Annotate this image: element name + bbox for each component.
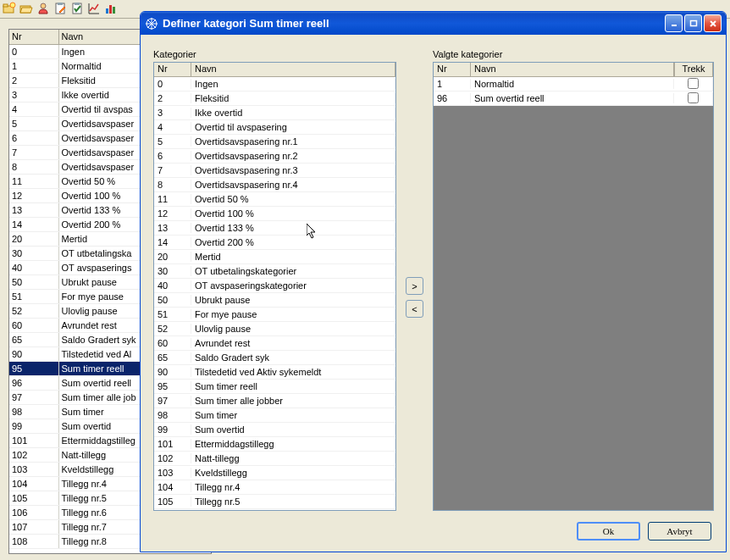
list-item[interactable]: 51For mye pause (154, 308, 395, 322)
cell-nr: 60 (154, 338, 191, 348)
list-item[interactable]: 50Ubrukt pause (154, 293, 395, 308)
list-item[interactable]: 65Saldo Gradert syk (154, 351, 395, 365)
folder-new-icon[interactable] (3, 2, 16, 15)
trekk-checkbox[interactable] (688, 92, 699, 103)
list-item[interactable]: 40OT avspaseringskategorier (154, 279, 395, 293)
dialog-titlebar[interactable]: Definer kategori Sum timer reell (141, 12, 726, 35)
chart-bar-icon[interactable] (104, 2, 118, 15)
list-item[interactable]: 99Sum overtid (154, 423, 395, 437)
cell-nr: 11 (154, 194, 191, 204)
svg-rect-18 (690, 20, 696, 25)
remove-category-button[interactable]: < (406, 300, 423, 318)
cell-nr: 20 (9, 231, 58, 246)
dialog-app-icon (145, 17, 158, 30)
list-item[interactable]: 20Mertid (154, 250, 395, 264)
minimize-button[interactable] (665, 14, 683, 32)
cell-nr: 3 (9, 87, 58, 102)
clipboard-check-icon[interactable] (70, 2, 84, 15)
cell-navn: Overtidsavspasering nr.4 (191, 180, 395, 190)
list-item[interactable]: 60Avrundet rest (154, 336, 395, 351)
cat-header-navn[interactable]: Navn (191, 63, 395, 76)
cell-navn: Sum timer alle jobber (191, 396, 395, 406)
cell-trekk (674, 78, 713, 91)
cell-nr: 40 (154, 280, 191, 291)
cell-navn: OT avspaseringskategorier (191, 280, 395, 291)
list-item[interactable]: 52Ulovlig pause (154, 322, 395, 336)
cell-nr: 95 (154, 381, 191, 391)
cell-nr: 30 (9, 246, 58, 260)
list-item[interactable]: 106Tillegg nr.6 (154, 509, 395, 510)
svg-rect-9 (106, 8, 108, 14)
list-item[interactable]: 11Overtid 50 % (154, 192, 395, 207)
cell-nr: 1 (434, 79, 471, 89)
selected-categories-list[interactable]: Nr Navn Trekk 1Normaltid96Sum overtid re… (433, 62, 714, 511)
list-item[interactable]: 0Ingen (154, 77, 395, 91)
chart-line-icon[interactable] (87, 2, 101, 15)
cell-nr: 105 (9, 491, 58, 505)
sel-header-navn[interactable]: Navn (471, 63, 674, 76)
cell-nr: 51 (154, 309, 191, 319)
cell-navn: Natt-tillegg (191, 453, 395, 463)
svg-rect-6 (58, 3, 63, 5)
svg-point-2 (10, 3, 15, 8)
cell-navn: Overtidsavspasering nr.1 (191, 136, 395, 147)
sel-header-trekk[interactable]: Trekk (674, 63, 713, 76)
list-item[interactable]: 105Tillegg nr.5 (154, 495, 395, 509)
cell-navn: Saldo Gradert syk (191, 352, 395, 363)
cancel-button[interactable]: Avbryt (648, 522, 711, 541)
folder-open-icon[interactable] (19, 2, 33, 15)
list-item[interactable]: 102Natt-tillegg (154, 452, 395, 466)
cell-navn: Overtid 50 % (191, 194, 395, 204)
cell-nr: 40 (9, 260, 58, 274)
close-button[interactable] (704, 14, 722, 32)
list-item[interactable]: 30OT utbetalingskategorier (154, 264, 395, 279)
cell-nr: 90 (154, 367, 191, 377)
list-item[interactable]: 96Sum overtid reell (434, 91, 713, 106)
list-item[interactable]: 14Overtid 200 % (154, 236, 395, 250)
list-item[interactable]: 6Overtidsavspasering nr.2 (154, 149, 395, 164)
list-item[interactable]: 98Sum timer (154, 408, 395, 423)
bg-header-nr[interactable]: Nr (9, 30, 58, 44)
maximize-button[interactable] (684, 14, 702, 32)
cell-nr: 107 (9, 519, 58, 534)
cell-nr: 60 (9, 318, 58, 332)
trekk-checkbox[interactable] (688, 78, 699, 89)
list-item[interactable]: 95Sum timer reell (154, 380, 395, 394)
sel-header-nr[interactable]: Nr (434, 63, 471, 76)
cell-navn: Tillegg nr.5 (191, 496, 395, 507)
cell-nr: 103 (9, 462, 58, 476)
cell-nr: 101 (154, 439, 191, 449)
add-category-button[interactable]: > (406, 277, 423, 295)
list-item[interactable]: 7Overtidsavspasering nr.3 (154, 164, 395, 178)
available-categories-list[interactable]: Nr Navn 0Ingen2Fleksitid3Ikke overtid4Ov… (153, 62, 396, 511)
user-icon[interactable] (36, 2, 50, 15)
clipboard-edit-icon[interactable] (53, 2, 67, 15)
cell-navn: Sum overtid (191, 424, 395, 435)
list-item[interactable]: 101Ettermiddagstillegg (154, 437, 395, 452)
cell-nr: 103 (154, 468, 191, 478)
cell-trekk (674, 92, 713, 105)
list-item[interactable]: 97Sum timer alle jobber (154, 394, 395, 408)
svg-rect-1 (3, 4, 8, 7)
cell-navn: Sum overtid reell (471, 93, 674, 103)
list-item[interactable]: 3Ikke overtid (154, 106, 395, 120)
list-item[interactable]: 2Fleksitid (154, 91, 395, 106)
list-item[interactable]: 4Overtid til avspasering (154, 120, 395, 135)
list-item[interactable]: 5Overtidsavspasering nr.1 (154, 135, 395, 149)
cell-nr: 11 (9, 174, 58, 188)
list-item[interactable]: 103Kveldstillegg (154, 466, 395, 480)
list-item[interactable]: 8Overtidsavspasering nr.4 (154, 178, 395, 192)
cell-nr: 13 (154, 223, 191, 233)
categories-label: Kategorier (153, 49, 196, 59)
cell-navn: Avrundet rest (191, 338, 395, 348)
cat-header-nr[interactable]: Nr (154, 63, 191, 76)
list-item[interactable]: 1Normaltid (434, 77, 713, 91)
list-item[interactable]: 90Tilstedetid ved Aktiv sykemeldt (154, 365, 395, 380)
cell-nr: 0 (154, 79, 191, 89)
cell-navn: For mye pause (191, 309, 395, 319)
list-item[interactable]: 13Overtid 133 % (154, 221, 395, 236)
list-item[interactable]: 12Overtid 100 % (154, 207, 395, 221)
cell-navn: Kveldstillegg (191, 468, 395, 478)
ok-button[interactable]: Ok (577, 522, 640, 541)
list-item[interactable]: 104Tillegg nr.4 (154, 480, 395, 495)
